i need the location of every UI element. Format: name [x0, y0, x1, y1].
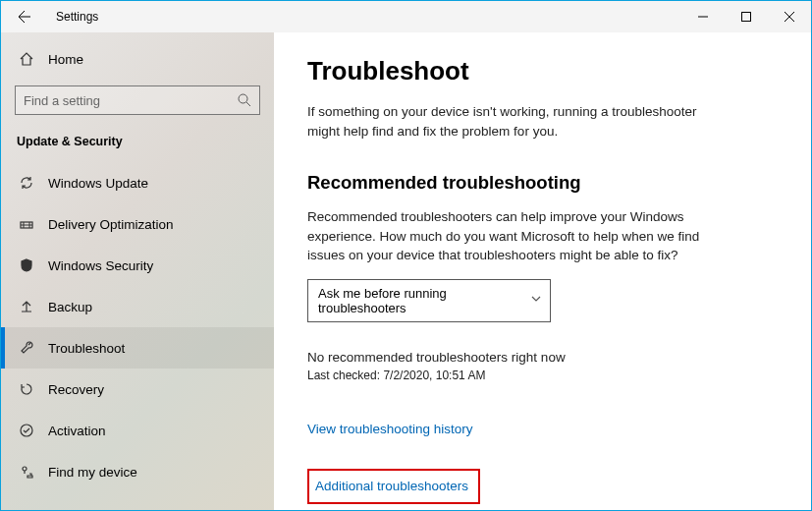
- troubleshooter-preference-dropdown[interactable]: Ask me before running troubleshooters: [307, 279, 551, 322]
- location-icon: [19, 464, 34, 480]
- titlebar-left: Settings: [1, 1, 98, 32]
- search-icon: [238, 93, 251, 107]
- svg-point-4: [23, 467, 27, 471]
- sidebar-item-label: Troubleshoot: [48, 341, 125, 356]
- sidebar-item-windows-security[interactable]: Windows Security: [1, 245, 274, 286]
- minimize-button[interactable]: [681, 1, 725, 32]
- home-icon: [19, 51, 34, 67]
- intro-text: If something on your device isn't workin…: [307, 102, 720, 141]
- home-link[interactable]: Home: [1, 40, 274, 78]
- sidebar-item-label: Windows Update: [48, 176, 148, 191]
- window-controls: [681, 1, 811, 32]
- shield-icon: [19, 257, 34, 273]
- search-box[interactable]: [15, 85, 260, 115]
- sidebar-item-windows-update[interactable]: Windows Update: [1, 162, 274, 203]
- sidebar-item-label: Find my device: [48, 465, 137, 480]
- sidebar-item-label: Windows Security: [48, 258, 153, 273]
- sidebar-item-label: Activation: [48, 424, 106, 438]
- sidebar-item-troubleshoot[interactable]: Troubleshoot: [1, 327, 274, 369]
- dropdown-value: Ask me before running troubleshooters: [318, 286, 524, 315]
- svg-rect-0: [742, 13, 751, 22]
- backup-icon: [19, 299, 34, 314]
- close-icon: [785, 12, 794, 22]
- section-header: Update & Security: [1, 131, 274, 162]
- window-title: Settings: [56, 10, 98, 24]
- svg-point-3: [21, 425, 32, 436]
- chevron-down-icon: [530, 293, 542, 308]
- sidebar-item-delivery-optimization[interactable]: Delivery Optimization: [1, 203, 274, 245]
- wrench-icon: [19, 340, 34, 356]
- delivery-icon: [19, 216, 34, 232]
- svg-point-1: [239, 94, 247, 103]
- sidebar-item-recovery[interactable]: Recovery: [1, 369, 274, 410]
- recovery-icon: [19, 381, 34, 397]
- recommended-heading: Recommended troubleshooting: [307, 172, 778, 194]
- sidebar-item-find-my-device[interactable]: Find my device: [1, 451, 274, 492]
- search-input[interactable]: [24, 93, 238, 108]
- highlight-annotation: Additional troubleshooters: [307, 469, 480, 504]
- titlebar: Settings: [1, 1, 811, 32]
- sidebar-item-activation[interactable]: Activation: [1, 410, 274, 451]
- minimize-icon: [698, 12, 708, 22]
- main-content: Troubleshoot If something on your device…: [274, 32, 811, 510]
- page-title: Troubleshoot: [307, 56, 778, 86]
- view-history-link[interactable]: View troubleshooting history: [307, 422, 473, 436]
- sidebar-item-label: Delivery Optimization: [48, 217, 174, 232]
- arrow-left-icon: [17, 9, 32, 25]
- home-label: Home: [48, 52, 83, 67]
- sidebar-item-label: Backup: [48, 300, 92, 314]
- sync-icon: [19, 175, 34, 191]
- status-text: No recommended troubleshooters right now: [307, 350, 778, 365]
- app-body: Home Update & Security Windows Update De…: [1, 32, 811, 510]
- maximize-icon: [741, 12, 751, 22]
- maximize-button[interactable]: [725, 1, 768, 32]
- last-checked-text: Last checked: 7/2/2020, 10:51 AM: [307, 369, 778, 382]
- close-button[interactable]: [768, 1, 811, 32]
- recommended-body: Recommended troubleshooters can help imp…: [307, 207, 720, 265]
- sidebar-item-label: Recovery: [48, 382, 104, 397]
- sidebar-item-backup[interactable]: Backup: [1, 286, 274, 327]
- back-button[interactable]: [9, 1, 40, 32]
- sidebar: Home Update & Security Windows Update De…: [1, 32, 274, 510]
- additional-troubleshooters-link[interactable]: Additional troubleshooters: [315, 479, 468, 493]
- check-circle-icon: [19, 423, 34, 438]
